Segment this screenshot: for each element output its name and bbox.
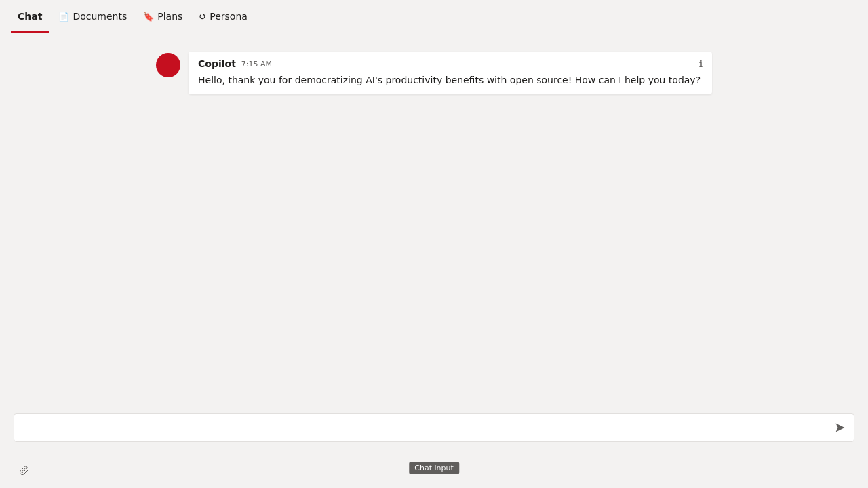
persona-icon: ↺ <box>199 12 206 22</box>
input-area: Chat input <box>0 407 868 488</box>
send-button[interactable] <box>832 420 848 436</box>
message-text: Hello, thank you for democratizing AI's … <box>198 73 703 87</box>
tab-documents[interactable]: 📄 Documents <box>52 0 134 33</box>
attachment-button[interactable] <box>16 462 33 479</box>
tab-documents-label: Documents <box>73 11 127 22</box>
info-icon[interactable]: ℹ <box>699 58 703 69</box>
tab-plans-label: Plans <box>157 11 182 22</box>
bottom-bar <box>14 460 854 479</box>
tab-plans[interactable]: 🔖 Plans <box>136 0 189 33</box>
plans-icon: 🔖 <box>143 12 154 22</box>
tab-chat-label: Chat <box>18 11 42 22</box>
tab-persona[interactable]: ↺ Persona <box>192 0 254 33</box>
message-sender: Copilot <box>198 58 236 69</box>
nav-bar: Chat 📄 Documents 🔖 Plans ↺ Persona <box>0 0 868 33</box>
tab-chat[interactable]: Chat <box>11 0 49 33</box>
input-wrapper <box>14 413 854 442</box>
message-header: Copilot 7:15 AM ℹ <box>198 58 703 69</box>
chat-area: Copilot 7:15 AM ℹ Hello, thank you for d… <box>0 33 868 434</box>
message-bubble: Copilot 7:15 AM ℹ Hello, thank you for d… <box>189 52 712 94</box>
avatar <box>156 53 180 77</box>
tab-persona-label: Persona <box>210 11 248 22</box>
message-time: 7:15 AM <box>241 60 272 68</box>
message-container: Copilot 7:15 AM ℹ Hello, thank you for d… <box>142 46 726 100</box>
documents-icon: 📄 <box>58 12 69 22</box>
chat-input[interactable] <box>14 414 854 441</box>
